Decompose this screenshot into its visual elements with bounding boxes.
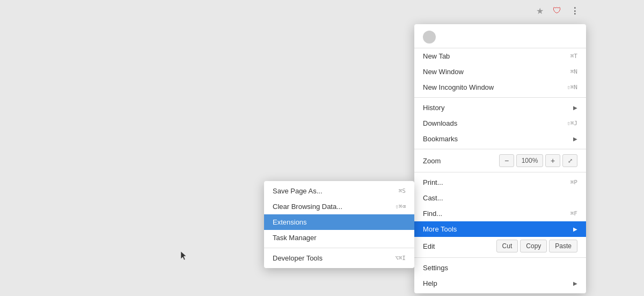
menu-item-downloads[interactable]: Downloads ⇧⌘J — [414, 115, 586, 131]
edit-row: Edit Cut Copy Paste — [414, 237, 586, 255]
zoom-controls: − 100% + ⤢ — [499, 154, 577, 167]
menu-item-save-page-as[interactable]: Save Page As... ⌘S — [264, 183, 414, 199]
help-arrow-icon: ▶ — [573, 280, 577, 286]
cut-button[interactable]: Cut — [496, 240, 518, 252]
zoom-minus-button[interactable]: − — [499, 154, 514, 167]
menu-item-help[interactable]: Help ▶ — [414, 276, 586, 291]
bookmarks-arrow-icon: ▶ — [573, 136, 577, 142]
star-icon[interactable]: ★ — [535, 5, 545, 16]
menu-dots-icon[interactable]: ⋮ — [569, 5, 580, 16]
menu-item-new-window[interactable]: New Window ⌘N — [414, 64, 586, 80]
menu-item-print[interactable]: Print... ⌘P — [414, 175, 586, 190]
menu-divider-3 — [414, 172, 586, 172]
more-tools-arrow-icon: ▶ — [573, 226, 577, 232]
menu-item-history[interactable]: History ▶ — [414, 100, 586, 115]
shield-icon[interactable]: 🛡 — [552, 5, 562, 16]
menu-divider-4 — [414, 257, 586, 258]
browser-toolbar: ★ 🛡 ⋮ — [535, 5, 580, 16]
menu-item-bookmarks[interactable]: Bookmarks ▶ — [414, 131, 586, 147]
menu-item-clear-browsing-data[interactable]: Clear Browsing Data... ⇧⌘⌫ — [264, 199, 414, 214]
edit-controls: Cut Copy Paste — [496, 240, 577, 252]
cursor-indicator — [181, 251, 187, 261]
history-arrow-icon: ▶ — [573, 105, 577, 111]
copy-button[interactable]: Copy — [520, 240, 547, 252]
edit-label: Edit — [423, 242, 435, 250]
zoom-value: 100% — [516, 154, 543, 167]
menu-item-settings[interactable]: Settings — [414, 260, 586, 276]
menu-item-extensions[interactable]: Extensions — [264, 214, 414, 230]
submenu-divider — [264, 248, 414, 248]
menu-item-cast[interactable]: Cast... — [414, 190, 586, 206]
zoom-plus-button[interactable]: + — [545, 154, 560, 167]
zoom-label: Zoom — [423, 157, 441, 165]
menu-item-task-manager[interactable]: Task Manager — [264, 230, 414, 246]
menu-divider-1 — [414, 97, 586, 98]
menu-item-new-incognito[interactable]: New Incognito Window ⇧⌘N — [414, 80, 586, 95]
chrome-menu: New Tab ⌘T New Window ⌘N New Incognito W… — [414, 24, 586, 293]
more-tools-submenu: Save Page As... ⌘S Clear Browsing Data..… — [264, 181, 414, 268]
paste-button[interactable]: Paste — [549, 240, 577, 252]
menu-item-developer-tools[interactable]: Developer Tools ⌥⌘I — [264, 250, 414, 266]
zoom-fullscreen-button[interactable]: ⤢ — [562, 154, 577, 167]
menu-item-new-tab[interactable]: New Tab ⌘T — [414, 48, 586, 64]
profile-avatar — [423, 31, 436, 44]
menu-item-find[interactable]: Find... ⌘F — [414, 206, 586, 221]
menu-divider-2 — [414, 149, 586, 149]
menu-item-more-tools[interactable]: More Tools ▶ — [414, 221, 586, 237]
menu-profile-row — [414, 26, 586, 48]
zoom-row: Zoom − 100% + ⤢ — [414, 151, 586, 170]
